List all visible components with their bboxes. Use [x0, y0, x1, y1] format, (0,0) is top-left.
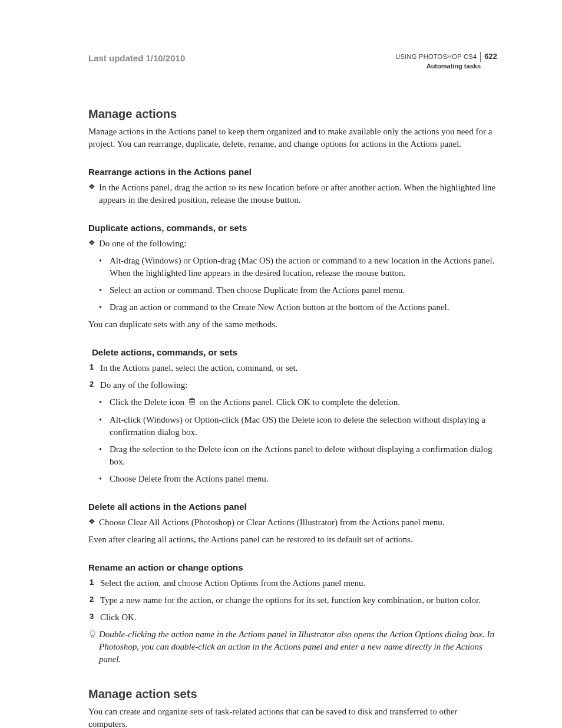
step-text: Select the action, and choose Action Opt…	[100, 577, 497, 589]
step-text: Type a new name for the action, or chang…	[100, 594, 497, 607]
subheading-delete-all: Delete all actions in the Actions panel	[88, 500, 497, 513]
list-item: • Alt-drag (Windows) or Option-drag (Mac…	[88, 255, 497, 279]
list-text: Alt-click (Windows) or Option-click (Mac…	[110, 414, 497, 439]
list-text: Alt-drag (Windows) or Option-drag (Mac O…	[110, 255, 497, 279]
list-item: • Drag an action or command to the Creat…	[88, 301, 497, 314]
step-item: 2 Do any of the following:	[88, 379, 497, 391]
lightbulb-icon	[88, 628, 99, 643]
tip: Double-clicking the action name in the A…	[88, 628, 497, 666]
bullet-icon: •	[99, 285, 110, 297]
paragraph: You can duplicate sets with any of the s…	[88, 318, 497, 331]
svg-rect-4	[189, 399, 195, 400]
step-number: 1	[90, 362, 100, 373]
step-text: Do any of the following:	[100, 379, 497, 391]
subheading-delete: Delete actions, commands, or sets	[88, 346, 497, 358]
step-text: Do one of the following:	[99, 238, 497, 250]
section-heading: Manage action sets	[88, 686, 497, 702]
bullet-icon: •	[99, 444, 110, 456]
list-text: Choose Delete from the Actions panel men…	[110, 473, 497, 485]
step-text: In the Actions panel, select the action,…	[100, 362, 497, 374]
list-item: • Click the Delete icon on the Actions p…	[88, 396, 497, 409]
diamond-icon: ❖	[88, 516, 99, 527]
step-text: Click OK.	[100, 611, 497, 624]
subheading-duplicate: Duplicate actions, commands, or sets	[88, 222, 497, 234]
step-item: 3 Click OK.	[88, 611, 497, 624]
bullet-icon: •	[99, 414, 110, 426]
step-text: In the Actions panel, drag the action to…	[99, 182, 497, 206]
doc-title: USING PHOTOSHOP CS4	[395, 53, 477, 60]
text-fragment: Click the Delete icon	[110, 397, 187, 407]
step-number: 2	[90, 594, 100, 605]
section-intro: Manage actions in the Actions panel to k…	[88, 126, 497, 150]
text-fragment: on the Actions panel. Click OK to comple…	[200, 397, 400, 407]
bullet-icon: •	[99, 255, 110, 267]
step-item: 1 In the Actions panel, select the actio…	[88, 362, 497, 374]
bullet-icon: •	[99, 302, 110, 314]
list-text: Click the Delete icon on the Actions pan…	[110, 396, 497, 409]
diamond-icon: ❖	[88, 182, 99, 192]
bullet-icon: •	[99, 397, 110, 409]
step-number: 2	[90, 379, 100, 390]
list-text: Drag the selection to the Delete icon on…	[110, 443, 497, 468]
step-text: Choose Clear All Actions (Photoshop) or …	[99, 516, 497, 529]
svg-point-6	[90, 631, 95, 635]
list-item: • Alt-click (Windows) or Option-click (M…	[88, 414, 497, 439]
subheading-rearrange: Rearrange actions in the Actions panel	[88, 166, 497, 178]
step-item: ❖ In the Actions panel, drag the action …	[88, 182, 497, 206]
list-item: • Choose Delete from the Actions panel m…	[88, 473, 497, 485]
section-heading: Manage actions	[88, 106, 497, 122]
paragraph: Even after clearing all actions, the Act…	[88, 533, 497, 546]
step-number: 3	[90, 611, 100, 622]
page-number: 622	[480, 52, 497, 62]
bullet-icon: •	[99, 473, 110, 485]
svg-rect-7	[91, 635, 94, 637]
header-right: USING PHOTOSHOP CS4622 Automating tasks	[395, 52, 497, 70]
svg-rect-5	[191, 398, 193, 399]
list-text: Drag an action or command to the Create …	[110, 301, 497, 314]
list-item: • Drag the selection to the Delete icon …	[88, 443, 497, 468]
step-number: 1	[90, 577, 100, 588]
step-item: 2 Type a new name for the action, or cha…	[88, 594, 497, 607]
list-text: Select an action or command. Then choose…	[110, 284, 497, 297]
subheading-rename: Rename an action or change options	[88, 561, 497, 574]
step-item: ❖ Choose Clear All Actions (Photoshop) o…	[88, 516, 497, 529]
section-intro: You can create and organize sets of task…	[88, 706, 497, 728]
chapter-title: Automating tasks	[395, 62, 497, 70]
last-updated: Last updated 1/10/2010	[88, 52, 185, 64]
list-item: • Select an action or command. Then choo…	[88, 284, 497, 297]
diamond-icon: ❖	[88, 238, 99, 248]
page-header: Last updated 1/10/2010 USING PHOTOSHOP C…	[88, 52, 497, 70]
tip-text: Double-clicking the action name in the A…	[99, 628, 497, 666]
step-item: ❖ Do one of the following:	[88, 238, 497, 250]
step-item: 1 Select the action, and choose Action O…	[88, 577, 497, 589]
trash-icon	[188, 397, 196, 409]
